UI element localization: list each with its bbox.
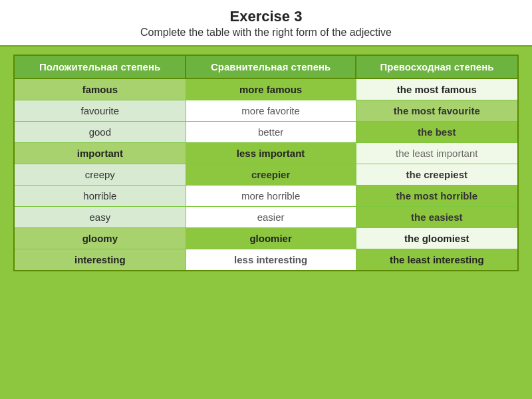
positive-degree: important — [14, 143, 186, 164]
table-row: famousmore famousthe most famous — [14, 78, 518, 100]
table-row: favouritemore favoritethe most favourite — [14, 100, 518, 122]
superlative-degree: the least important — [356, 143, 518, 164]
superlative-degree: the most horrible — [356, 186, 518, 207]
table-row: importantless importantthe least importa… — [14, 143, 518, 164]
superlative-degree: the best — [356, 122, 518, 143]
positive-degree: creepy — [14, 164, 186, 186]
table-row: creepycreepierthe creepiest — [14, 164, 518, 186]
comparative-degree: less important — [186, 143, 356, 164]
exercise-title: Exercise 3 — [13, 8, 519, 25]
col-header-comparative: Сравнительная степень — [186, 55, 356, 78]
table-wrapper: Положительная степень Сравнительная степ… — [0, 47, 532, 279]
comparative-degree: less interesting — [186, 249, 356, 271]
positive-degree: good — [14, 122, 186, 143]
positive-degree: interesting — [14, 249, 186, 271]
superlative-degree: the gloomiest — [356, 228, 518, 249]
table-row: horriblemore horriblethe most horrible — [14, 186, 518, 207]
comparative-degree: more favorite — [186, 100, 356, 122]
col-header-superlative: Превосходная степень — [356, 55, 518, 78]
positive-degree: famous — [14, 78, 186, 100]
positive-degree: easy — [14, 207, 186, 228]
superlative-degree: the creepiest — [356, 164, 518, 186]
superlative-degree: the most famous — [356, 78, 518, 100]
adjective-table: Положительная степень Сравнительная степ… — [13, 55, 519, 271]
table-header-row: Положительная степень Сравнительная степ… — [14, 55, 518, 78]
table-row: goodbetterthe best — [14, 122, 518, 143]
comparative-degree: gloomier — [186, 228, 356, 249]
table-row: easyeasierthe easiest — [14, 207, 518, 228]
table-row: gloomygloomierthe gloomiest — [14, 228, 518, 249]
col-header-positive: Положительная степень — [14, 55, 186, 78]
comparative-degree: better — [186, 122, 356, 143]
positive-degree: horrible — [14, 186, 186, 207]
comparative-degree: more horrible — [186, 186, 356, 207]
positive-degree: favourite — [14, 100, 186, 122]
comparative-degree: easier — [186, 207, 356, 228]
superlative-degree: the most favourite — [356, 100, 518, 122]
exercise-subtitle: Complete the table with the right form o… — [13, 27, 519, 39]
table-row: interestingless interestingthe least int… — [14, 249, 518, 271]
superlative-degree: the least interesting — [356, 249, 518, 271]
comparative-degree: creepier — [186, 164, 356, 186]
header: Exercise 3 Complete the table with the r… — [0, 0, 532, 47]
comparative-degree: more famous — [186, 78, 356, 100]
positive-degree: gloomy — [14, 228, 186, 249]
superlative-degree: the easiest — [356, 207, 518, 228]
